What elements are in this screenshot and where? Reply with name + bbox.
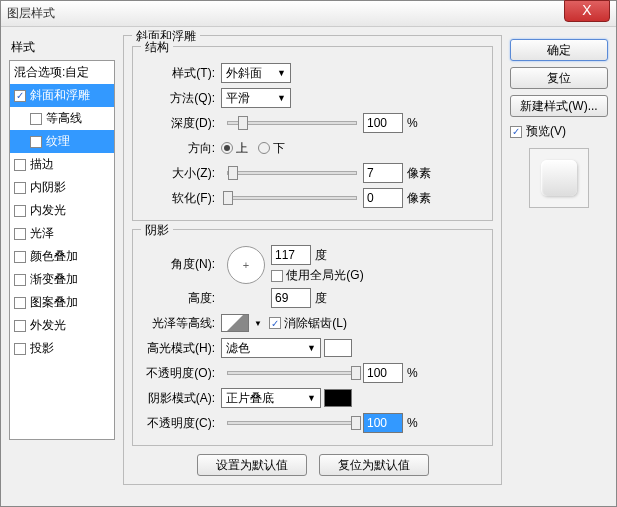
method-label: 方法(Q): (141, 90, 221, 107)
titlebar: 图层样式 X (1, 1, 616, 27)
checkbox-icon[interactable] (14, 182, 26, 194)
shadow-mode-combo[interactable]: 正片叠底 (221, 388, 321, 408)
depth-input[interactable]: 100 (363, 113, 403, 133)
depth-label: 深度(D): (141, 115, 221, 132)
checkbox-icon[interactable] (14, 251, 26, 263)
highlight-color-swatch[interactable] (324, 339, 352, 357)
preview-swatch (541, 160, 577, 196)
style-item-inner-glow[interactable]: 内发光 (10, 199, 114, 222)
close-button[interactable]: X (564, 0, 610, 22)
reset-default-button[interactable]: 复位为默认值 (319, 454, 429, 476)
style-item-inner-shadow[interactable]: 内阴影 (10, 176, 114, 199)
angle-dial[interactable] (227, 246, 265, 284)
antialias-checkbox[interactable] (269, 317, 281, 329)
style-item-pattern-overlay[interactable]: 图案叠加 (10, 291, 114, 314)
checkbox-icon[interactable] (14, 90, 26, 102)
shading-title: 阴影 (141, 222, 173, 239)
size-label: 大小(Z): (141, 165, 221, 182)
style-item-satin[interactable]: 光泽 (10, 222, 114, 245)
gloss-contour-picker[interactable] (221, 314, 249, 332)
soften-slider[interactable] (227, 196, 357, 200)
angle-label: 角度(N): (141, 256, 221, 273)
checkbox-icon[interactable] (14, 343, 26, 355)
checkbox-icon[interactable] (14, 205, 26, 217)
global-light-checkbox[interactable] (271, 270, 283, 282)
bevel-group: 斜面和浮雕 结构 样式(T):外斜面 方法(Q):平滑 深度(D):100% 方… (123, 35, 502, 485)
style-item-stroke[interactable]: 描边 (10, 153, 114, 176)
depth-slider[interactable] (227, 121, 357, 125)
highlight-mode-combo[interactable]: 滤色 (221, 338, 321, 358)
checkbox-icon[interactable] (30, 136, 42, 148)
style-item-outer-glow[interactable]: 外发光 (10, 314, 114, 337)
styles-header: 样式 (9, 35, 115, 60)
size-slider[interactable] (227, 171, 357, 175)
checkbox-icon[interactable] (14, 320, 26, 332)
style-item-texture[interactable]: 纹理 (10, 130, 114, 153)
preview-box (529, 148, 589, 208)
make-default-button[interactable]: 设置为默认值 (197, 454, 307, 476)
cancel-button[interactable]: 复位 (510, 67, 608, 89)
highlight-opacity-slider[interactable] (227, 371, 357, 375)
style-item-blend[interactable]: 混合选项:自定 (10, 61, 114, 84)
highlight-opacity-input[interactable]: 100 (363, 363, 403, 383)
highlight-opacity-label: 不透明度(O): (141, 365, 221, 382)
direction-label: 方向: (141, 140, 221, 157)
shading-group: 阴影 角度(N): 117度 使用全局光(G) 高度:69度 光泽等高线: 消除… (132, 229, 493, 446)
style-item-color-overlay[interactable]: 颜色叠加 (10, 245, 114, 268)
radio-down[interactable] (258, 142, 270, 154)
ok-button[interactable]: 确定 (510, 39, 608, 61)
shadow-opacity-label: 不透明度(C): (141, 415, 221, 432)
shadow-opacity-input[interactable]: 100 (363, 413, 403, 433)
soften-label: 软化(F): (141, 190, 221, 207)
style-combo[interactable]: 外斜面 (221, 63, 291, 83)
style-item-bevel[interactable]: 斜面和浮雕 (10, 84, 114, 107)
gloss-contour-label: 光泽等高线: (141, 315, 221, 332)
style-item-contour[interactable]: 等高线 (10, 107, 114, 130)
style-item-gradient-overlay[interactable]: 渐变叠加 (10, 268, 114, 291)
size-input[interactable]: 7 (363, 163, 403, 183)
checkbox-icon[interactable] (14, 159, 26, 171)
checkbox-icon[interactable] (30, 113, 42, 125)
radio-up[interactable] (221, 142, 233, 154)
structure-group: 结构 样式(T):外斜面 方法(Q):平滑 深度(D):100% 方向:上 下 … (132, 46, 493, 221)
window-title: 图层样式 (7, 5, 55, 22)
shadow-mode-label: 阴影模式(A): (141, 390, 221, 407)
shadow-opacity-slider[interactable] (227, 421, 357, 425)
altitude-label: 高度: (141, 290, 221, 307)
highlight-mode-label: 高光模式(H): (141, 340, 221, 357)
new-style-button[interactable]: 新建样式(W)... (510, 95, 608, 117)
styles-list: 混合选项:自定 斜面和浮雕 等高线 纹理 描边 内阴影 内发光 光泽 颜色叠加 … (9, 60, 115, 440)
method-combo[interactable]: 平滑 (221, 88, 291, 108)
checkbox-icon[interactable] (14, 297, 26, 309)
style-item-drop-shadow[interactable]: 投影 (10, 337, 114, 360)
angle-input[interactable]: 117 (271, 245, 311, 265)
checkbox-icon[interactable] (14, 274, 26, 286)
structure-title: 结构 (141, 39, 173, 56)
soften-input[interactable]: 0 (363, 188, 403, 208)
checkbox-icon[interactable] (14, 228, 26, 240)
altitude-input[interactable]: 69 (271, 288, 311, 308)
preview-checkbox[interactable] (510, 126, 522, 138)
shadow-color-swatch[interactable] (324, 389, 352, 407)
style-label: 样式(T): (141, 65, 221, 82)
